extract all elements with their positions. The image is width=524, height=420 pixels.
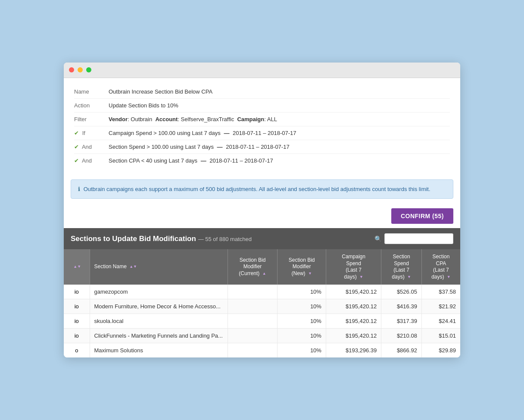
notice-text: Outbrain campaigns each support a maximu… — [84, 186, 430, 192]
cell-checkbox[interactable]: io — [64, 299, 90, 314]
sort-icon-bid-current: ▲ — [262, 271, 266, 276]
condition-if-value: Campaign Spend > 100.00 using Last 7 day… — [109, 130, 450, 136]
cell-section-spend: $866.92 — [381, 343, 422, 358]
table-row: iogamezopcom10%$195,420.12$526.05$37.58 — [64, 285, 460, 299]
cell-bid-current — [228, 285, 278, 299]
search-input[interactable] — [384, 233, 453, 244]
cell-section-cpa: $21.92 — [421, 299, 460, 314]
cell-campaign-spend: $195,420.12 — [326, 329, 381, 343]
condition-and1-row: ✔ And Section Spend > 100.00 using Last … — [74, 140, 450, 154]
condition-and2-value: Section CPA < 40 using Last 7 days — 201… — [109, 157, 450, 164]
expand-dot[interactable] — [86, 67, 91, 72]
search-icon: 🔍 — [374, 235, 382, 242]
condition-if-label: ✔ If — [74, 130, 109, 136]
sort-icon-section-spend: ▼ — [407, 275, 411, 280]
condition-and1-value: Section Spend > 100.00 using Last 7 days… — [109, 144, 450, 150]
cell-bid-current — [228, 343, 278, 358]
col-bid-current[interactable]: Section BidModifier(Current) ▲ — [228, 249, 278, 285]
content-area: Name Outbrain Increase Section Bid Below… — [64, 78, 460, 358]
table-wrapper: ▲▼ Section Name ▲▼ Section BidModifier(C… — [64, 249, 460, 357]
filter-label: Filter — [74, 116, 109, 122]
cell-campaign-spend: $195,420.12 — [326, 285, 381, 299]
minimize-dot[interactable] — [78, 67, 83, 72]
cell-bid-current — [228, 299, 278, 314]
check-icon-if: ✔ — [74, 130, 79, 136]
cell-section-spend: $317.39 — [381, 314, 422, 329]
table-title: Sections to Update Bid Modification — 55… — [71, 235, 369, 243]
sort-icon-campaign-spend: ▼ — [359, 275, 363, 280]
cell-checkbox[interactable]: io — [64, 285, 90, 299]
name-value: Outbrain Increase Section Bid Below CPA — [109, 88, 450, 95]
cell-bid-new: 10% — [278, 299, 326, 314]
name-row: Name Outbrain Increase Section Bid Below… — [74, 85, 450, 99]
col-section-name[interactable]: Section Name ▲▼ — [90, 249, 228, 285]
col-campaign-spend[interactable]: CampaignSpend(Last 7days) ▼ — [326, 249, 381, 285]
sort-icon-section-cpa: ▼ — [447, 275, 451, 280]
table-row: ioClickFunnels - Marketing Funnels and L… — [64, 329, 460, 343]
table-row: oMaximum Solutions10%$193,296.39$866.92$… — [64, 343, 460, 358]
main-window: Name Outbrain Increase Section Bid Below… — [64, 63, 460, 358]
cell-checkbox[interactable]: o — [64, 343, 90, 358]
cell-bid-new: 10% — [278, 329, 326, 343]
search-area: 🔍 — [374, 233, 453, 244]
cell-section-cpa: $37.58 — [421, 285, 460, 299]
sort-icon-bid-new: ▼ — [308, 271, 312, 276]
condition-and2-row: ✔ And Section CPA < 40 using Last 7 days… — [74, 154, 450, 167]
action-row: Action Update Section Bids to 10% — [74, 99, 450, 113]
col-section-spend[interactable]: SectionSpend(Last 7days) ▼ — [381, 249, 422, 285]
cell-campaign-spend: $193,296.39 — [326, 343, 381, 358]
check-icon-and2: ✔ — [74, 157, 79, 164]
close-dot[interactable] — [69, 67, 74, 72]
cell-section-cpa: $24.41 — [421, 314, 460, 329]
cell-section-name: Modern Furniture, Home Decor & Home Acce… — [90, 299, 228, 314]
cell-section-spend: $526.05 — [381, 285, 422, 299]
table-header-row: ▲▼ Section Name ▲▼ Section BidModifier(C… — [64, 249, 460, 285]
check-icon-and1: ✔ — [74, 144, 79, 150]
cell-section-name: skuola.local — [90, 314, 228, 329]
match-count: — 55 of 880 matched — [198, 236, 252, 242]
confirm-row: CONFIRM (55) — [64, 204, 460, 228]
condition-if-row: ✔ If Campaign Spend > 100.00 using Last … — [74, 126, 450, 140]
cell-bid-current — [228, 314, 278, 329]
info-section: Name Outbrain Increase Section Bid Below… — [64, 78, 460, 174]
action-label: Action — [74, 102, 109, 109]
cell-checkbox[interactable]: io — [64, 329, 90, 343]
cell-section-spend: $416.39 — [381, 299, 422, 314]
filter-row: Filter Vendor: Outbrain Account: Selfser… — [74, 113, 450, 126]
notice-box: ℹ Outbrain campaigns each support a maxi… — [71, 179, 453, 199]
col-bid-new[interactable]: Section BidModifier(New) ▼ — [278, 249, 326, 285]
cell-section-cpa: $15.01 — [421, 329, 460, 343]
cell-section-cpa: $29.89 — [421, 343, 460, 358]
cell-bid-current — [228, 329, 278, 343]
account-label: Account — [155, 116, 178, 122]
vendor-label: Vendor — [109, 116, 128, 122]
table-row: ioModern Furniture, Home Decor & Home Ac… — [64, 299, 460, 314]
sort-icon-name: ▲▼ — [129, 264, 137, 270]
filter-value: Vendor: Outbrain Account: Selfserve_Brax… — [109, 116, 450, 122]
campaign-label: Campaign — [237, 116, 264, 122]
table-row: ioskuola.local10%$195,420.12$317.39$24.4… — [64, 314, 460, 329]
sort-arrows-checkbox: ▲▼ — [72, 263, 81, 270]
table-header-bar: Sections to Update Bid Modification — 55… — [64, 228, 460, 249]
cell-section-name: Maximum Solutions — [90, 343, 228, 358]
cell-section-name: gamezopcom — [90, 285, 228, 299]
cell-bid-new: 10% — [278, 314, 326, 329]
col-checkbox[interactable]: ▲▼ — [64, 249, 90, 285]
cell-bid-new: 10% — [278, 343, 326, 358]
confirm-button[interactable]: CONFIRM (55) — [391, 208, 453, 224]
data-table: ▲▼ Section Name ▲▼ Section BidModifier(C… — [64, 249, 460, 357]
cell-bid-new: 10% — [278, 285, 326, 299]
cell-section-name: ClickFunnels - Marketing Funnels and Lan… — [90, 329, 228, 343]
condition-and1-label: ✔ And — [74, 144, 109, 150]
name-label: Name — [74, 88, 109, 95]
cell-section-spend: $210.08 — [381, 329, 422, 343]
info-icon: ℹ — [78, 186, 80, 192]
cell-checkbox[interactable]: io — [64, 314, 90, 329]
action-value: Update Section Bids to 10% — [109, 102, 450, 109]
cell-campaign-spend: $195,420.12 — [326, 314, 381, 329]
condition-and2-label: ✔ And — [74, 157, 109, 164]
col-section-cpa[interactable]: SectionCPA(Last 7days) ▼ — [421, 249, 460, 285]
titlebar — [64, 63, 460, 78]
cell-campaign-spend: $195,420.12 — [326, 299, 381, 314]
